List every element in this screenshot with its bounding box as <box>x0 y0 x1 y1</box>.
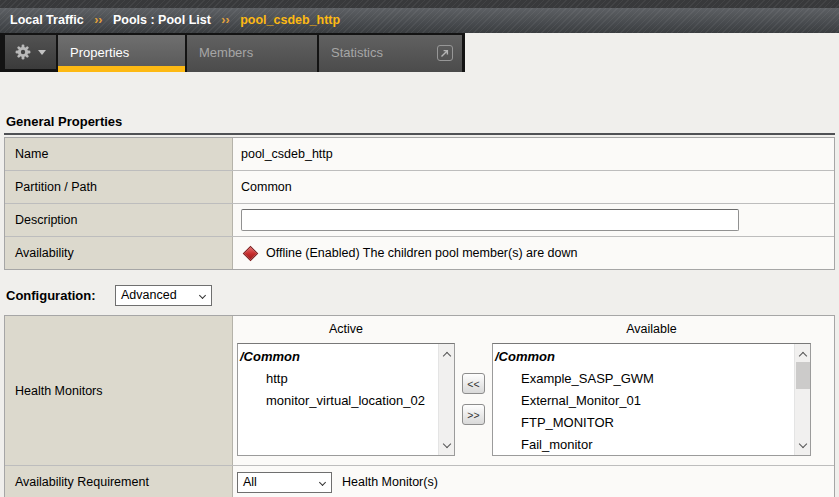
row-label: Availability Requirement <box>5 466 233 497</box>
breadcrumb-separator: ›› <box>221 13 229 27</box>
list-item-monitor[interactable]: http <box>240 368 454 390</box>
list-item-monitor[interactable]: Fail_monitor <box>495 434 810 456</box>
top-strip <box>0 0 839 8</box>
tab-bar: Properties Members Statistics <box>0 33 465 72</box>
active-list-header: Active <box>237 322 455 336</box>
tab-label: Members <box>199 45 253 60</box>
health-monitors-cell: Active Available /Common http monitor_vi… <box>233 316 834 465</box>
list-item-monitor[interactable]: External_Monitor_01 <box>495 390 810 412</box>
availability-requirement-select[interactable]: All <box>237 472 332 493</box>
configuration-select[interactable]: Advanced <box>115 285 212 306</box>
breadcrumb-separator: ›› <box>94 13 102 27</box>
list-item-monitor[interactable]: monitor_virtual_location_02 <box>240 390 454 412</box>
pool-name-value: pool_csdeb_http <box>233 138 834 170</box>
tab-label: Properties <box>70 45 129 60</box>
table-row-availability: Availability Offline (Enabled) The child… <box>5 237 834 269</box>
external-link-icon[interactable] <box>437 45 453 61</box>
breadcrumb-current-item: pool_csdeb_http <box>240 13 340 27</box>
breadcrumb-page-link[interactable]: Pools : Pool List <box>113 13 211 27</box>
scrollbar-thumb[interactable] <box>796 362 810 389</box>
row-label: Name <box>5 138 233 170</box>
chevron-down-icon <box>38 50 46 55</box>
configuration-label: Configuration: <box>6 288 115 303</box>
tab-statistics[interactable]: Statistics <box>319 35 462 72</box>
scroll-down-arrow[interactable] <box>439 438 454 452</box>
active-list-scrollbar[interactable] <box>438 344 454 455</box>
configuration-select-value: Advanced <box>121 288 177 302</box>
availability-requirement-select-value: All <box>243 475 257 489</box>
availability-requirement-suffix: Health Monitor(s) <box>342 475 438 489</box>
general-properties-table: Name pool_csdeb_http Partition / Path Co… <box>4 137 835 270</box>
chevron-down-icon <box>199 291 206 298</box>
row-label: Health Monitors <box>5 316 233 465</box>
row-label: Description <box>5 204 233 236</box>
partition-path-value: Common <box>233 171 834 203</box>
available-monitors-listbox[interactable]: /Common Example_SASP_GWM External_Monito… <box>492 343 811 456</box>
breadcrumb: Local Traffic ›› Pools : Pool List ›› po… <box>0 8 839 33</box>
table-row-availability-requirement: Availability Requirement All Health Moni… <box>5 466 834 497</box>
gear-icon <box>15 44 31 60</box>
table-row-health-monitors: Health Monitors Active Available /Common… <box>5 316 834 466</box>
offline-diamond-icon <box>243 245 259 261</box>
configuration-line: Configuration: Advanced <box>6 284 212 306</box>
scroll-up-arrow[interactable] <box>795 347 810 361</box>
section-heading-label: General Properties <box>6 114 122 129</box>
scroll-down-arrow[interactable] <box>795 438 810 452</box>
available-list-header: Available <box>492 322 811 336</box>
page-menu-button[interactable] <box>5 35 56 69</box>
move-to-available-button[interactable]: >> <box>462 404 485 425</box>
move-to-active-button[interactable]: << <box>462 373 485 394</box>
tab-properties[interactable]: Properties <box>58 35 185 72</box>
tab-members[interactable]: Members <box>187 35 317 72</box>
list-item-partition[interactable]: /Common <box>495 346 810 368</box>
chevron-down-icon <box>319 478 326 485</box>
availability-requirement-cell: All Health Monitor(s) <box>233 466 834 497</box>
breadcrumb-section: Local Traffic <box>10 13 84 27</box>
list-item-partition[interactable]: /Common <box>240 346 454 368</box>
table-row-description: Description <box>5 204 834 237</box>
availability-cell: Offline (Enabled) The children pool memb… <box>233 237 834 269</box>
row-label: Partition / Path <box>5 171 233 203</box>
tab-label: Statistics <box>331 45 383 60</box>
row-label: Availability <box>5 237 233 269</box>
scroll-up-arrow[interactable] <box>439 347 454 361</box>
configuration-table: Health Monitors Active Available /Common… <box>4 315 835 497</box>
section-heading-general-properties: General Properties <box>4 112 835 135</box>
table-row-name: Name pool_csdeb_http <box>5 138 834 171</box>
available-list-scrollbar[interactable] <box>794 344 810 455</box>
availability-status-text: Offline (Enabled) The children pool memb… <box>266 246 578 260</box>
list-item-monitor[interactable]: FTP_MONITOR <box>495 412 810 434</box>
list-item-monitor[interactable]: Example_SASP_GWM <box>495 368 810 390</box>
description-input[interactable] <box>241 209 739 231</box>
description-cell <box>233 204 834 236</box>
active-monitors-listbox[interactable]: /Common http monitor_virtual_location_02 <box>237 343 455 456</box>
table-row-partition: Partition / Path Common <box>5 171 834 204</box>
